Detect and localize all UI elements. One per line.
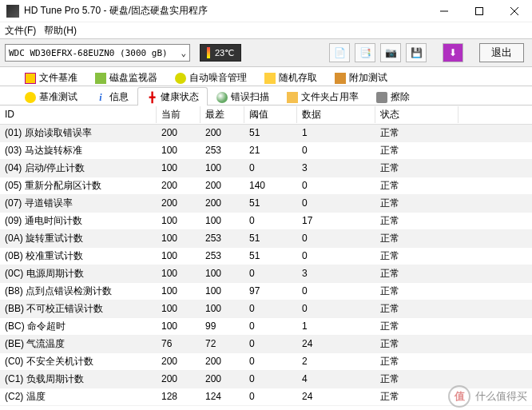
- cell: 正常: [375, 283, 459, 300]
- cell: 正常: [375, 213, 459, 229]
- cell: (07) 寻道错误率: [0, 195, 157, 212]
- app-icon: [6, 5, 19, 18]
- drive-select[interactable]: WDC WD30EFRX-68EUZN0 (3000 gB) ⌄: [5, 44, 190, 62]
- cell: 0: [244, 213, 297, 229]
- table-row[interactable]: (C0) 不安全关机计数20020002正常: [0, 353, 532, 371]
- cell: (0B) 校准重试计数: [0, 248, 157, 265]
- temperature-display: 23℃: [200, 44, 241, 62]
- cell: 100: [157, 213, 200, 229]
- cell: (04) 启动/停止计数: [0, 160, 157, 177]
- cell: (09) 通电时间计数: [0, 213, 157, 229]
- cell: 0: [297, 177, 375, 194]
- thermometer-icon: [207, 47, 210, 58]
- tab-错误扫描[interactable]: 错误扫描: [208, 87, 278, 106]
- drive-select-value: WDC WD30EFRX-68EUZN0 (3000 gB): [9, 48, 168, 58]
- tab-label: 文件基准: [39, 71, 77, 85]
- cell: (05) 重新分配扇区计数: [0, 177, 157, 194]
- table-row[interactable]: (04) 启动/停止计数10010003正常: [0, 160, 532, 177]
- cell: 76: [157, 336, 200, 352]
- maximize-button[interactable]: [462, 0, 497, 22]
- cell: 正常: [375, 301, 459, 317]
- window-title: HD Tune Pro 5.70 - 硬盘/固态硬盘实用程序: [24, 4, 427, 18]
- table-row[interactable]: (BE) 气流温度7672024正常: [0, 336, 532, 353]
- table-row[interactable]: (0A) 旋转重试计数100253510正常: [0, 230, 532, 248]
- cell: 51: [244, 195, 297, 212]
- table-body[interactable]: (01) 原始读取错误率200200511正常(03) 马达旋转标准100253…: [0, 125, 532, 410]
- cell: 100: [157, 230, 200, 247]
- tab-附加测试[interactable]: 附加测试: [326, 68, 396, 87]
- i-scan-icon: [216, 92, 228, 103]
- cell: 253: [200, 230, 244, 247]
- column-header[interactable]: 当前: [157, 106, 200, 123]
- cell: (C2) 温度: [0, 388, 157, 405]
- cell: 51: [244, 248, 297, 265]
- column-header[interactable]: 数据: [297, 106, 375, 123]
- cell: 0: [297, 142, 375, 159]
- table-row[interactable]: (C1) 负载周期计数20020004正常: [0, 371, 532, 388]
- column-header[interactable]: ID: [0, 106, 157, 123]
- table-row[interactable]: (05) 重新分配扇区计数2002001400正常: [0, 177, 532, 195]
- column-header[interactable]: 阈值: [244, 106, 297, 123]
- close-button[interactable]: [497, 0, 532, 22]
- column-header[interactable]: 状态: [375, 106, 459, 123]
- cell: 200: [157, 371, 200, 388]
- exit-button[interactable]: 退出: [479, 43, 524, 62]
- tab-信息[interactable]: i信息: [86, 87, 137, 106]
- cell: 1: [297, 318, 375, 335]
- save-button[interactable]: 💾: [406, 43, 427, 62]
- download-button[interactable]: ⬇: [443, 43, 463, 62]
- table-row[interactable]: (B8) 点到点错误检测计数100100970正常: [0, 283, 532, 301]
- table-row[interactable]: (C2) 温度128124024正常: [0, 388, 532, 406]
- cell: 97: [244, 283, 297, 300]
- cell: 200: [157, 177, 200, 194]
- cell: 253: [200, 248, 244, 265]
- cell: 0: [244, 353, 297, 370]
- screenshot-button[interactable]: 📷: [380, 43, 401, 62]
- tab-文件基准[interactable]: 文件基准: [16, 68, 86, 87]
- cell: 100: [157, 318, 200, 335]
- table-row[interactable]: (09) 通电时间计数100100017正常: [0, 213, 532, 230]
- tab-擦除[interactable]: 擦除: [367, 87, 419, 106]
- tab-label: 基准测试: [39, 90, 77, 104]
- table-row[interactable]: (07) 寻道错误率200200510正常: [0, 195, 532, 213]
- copy-all-button[interactable]: 📑: [355, 43, 375, 62]
- i-health-icon: ╋: [146, 92, 157, 103]
- cell: 3: [297, 160, 375, 177]
- cell: 0: [297, 301, 375, 317]
- cell: 0: [244, 301, 297, 317]
- table-row[interactable]: (01) 原始读取错误率200200511正常: [0, 125, 532, 142]
- tab-文件夹占用率[interactable]: 文件夹占用率: [278, 87, 367, 106]
- tab-基准测试[interactable]: 基准测试: [16, 87, 86, 106]
- i-card-icon: [264, 73, 276, 84]
- cell: 72: [200, 336, 244, 352]
- i-erase-icon: [376, 92, 387, 103]
- cell: 100: [157, 301, 200, 317]
- menu-help[interactable]: 帮助(H): [44, 24, 77, 38]
- tab-label: 文件夹占用率: [301, 90, 359, 104]
- table-row[interactable]: (03) 马达旋转标准100253210正常: [0, 142, 532, 160]
- tab-bar-2: 基准测试i信息╋健康状态错误扫描文件夹占用率擦除: [0, 86, 532, 105]
- tab-健康状态[interactable]: ╋健康状态: [137, 87, 208, 106]
- cell: (0A) 旋转重试计数: [0, 230, 157, 247]
- table-row[interactable]: (0B) 校准重试计数100253510正常: [0, 248, 532, 265]
- minimize-button[interactable]: [427, 0, 462, 22]
- column-header[interactable]: 最差: [200, 106, 244, 123]
- copy-button[interactable]: 📄: [329, 43, 350, 62]
- cell: 正常: [375, 371, 459, 388]
- cell: 0: [244, 388, 297, 405]
- table-row[interactable]: (BC) 命令超时1009901正常: [0, 318, 532, 336]
- title-bar: HD Tune Pro 5.70 - 硬盘/固态硬盘实用程序: [0, 0, 532, 22]
- cell: 正常: [375, 318, 459, 335]
- cell: 200: [157, 125, 200, 141]
- cell: 正常: [375, 125, 459, 141]
- cell: 100: [200, 213, 244, 229]
- i-clip-icon: [335, 73, 346, 84]
- cell: 正常: [375, 353, 459, 370]
- tab-自动噪音管理[interactable]: 自动噪音管理: [166, 68, 256, 87]
- table-row[interactable]: (BB) 不可校正错误计数10010000正常: [0, 301, 532, 318]
- tab-随机存取[interactable]: 随机存取: [256, 68, 326, 87]
- menu-file[interactable]: 文件(F): [5, 24, 36, 38]
- tab-磁盘监视器[interactable]: 磁盘监视器: [86, 68, 166, 87]
- tab-label: 错误扫描: [231, 90, 269, 104]
- table-row[interactable]: (0C) 电源周期计数10010003正常: [0, 265, 532, 283]
